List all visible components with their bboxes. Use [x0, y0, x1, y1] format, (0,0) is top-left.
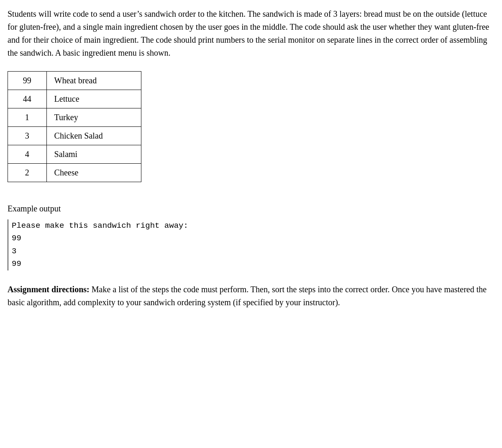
ingredient-number: 4	[8, 145, 47, 164]
ingredient-name: Salami	[46, 145, 141, 164]
code-output-block: Please make this sandwich right away: 99…	[8, 219, 494, 270]
ingredient-number: 44	[8, 90, 47, 108]
ingredient-number: 2	[8, 164, 47, 182]
assignment-directions: Assignment directions: Make a list of th…	[8, 283, 494, 309]
table-row: 2Cheese	[8, 164, 141, 182]
description-text: Students will write code to send a user’…	[8, 8, 494, 59]
ingredient-number: 99	[8, 72, 47, 90]
table-row: 3Chicken Salad	[8, 127, 141, 145]
table-row: 99Wheat bread	[8, 72, 141, 90]
code-line-3: 3	[12, 245, 494, 257]
code-line-4: 99	[12, 257, 494, 270]
ingredient-name: Lettuce	[46, 90, 141, 108]
table-row: 44Lettuce	[8, 90, 141, 108]
code-line-1: Please make this sandwich right away:	[12, 219, 494, 232]
ingredient-number: 1	[8, 108, 47, 127]
ingredient-name: Cheese	[46, 164, 141, 182]
code-line-2: 99	[12, 232, 494, 245]
table-row: 4Salami	[8, 145, 141, 164]
example-output-label: Example output	[8, 202, 494, 215]
table-row: 1Turkey	[8, 108, 141, 127]
ingredient-table: 99Wheat bread44Lettuce1Turkey3Chicken Sa…	[8, 71, 141, 182]
ingredient-name: Wheat bread	[46, 72, 141, 90]
assignment-bold: Assignment directions:	[8, 285, 90, 294]
ingredient-name: Turkey	[46, 108, 141, 127]
ingredient-name: Chicken Salad	[46, 127, 141, 145]
ingredient-number: 3	[8, 127, 47, 145]
